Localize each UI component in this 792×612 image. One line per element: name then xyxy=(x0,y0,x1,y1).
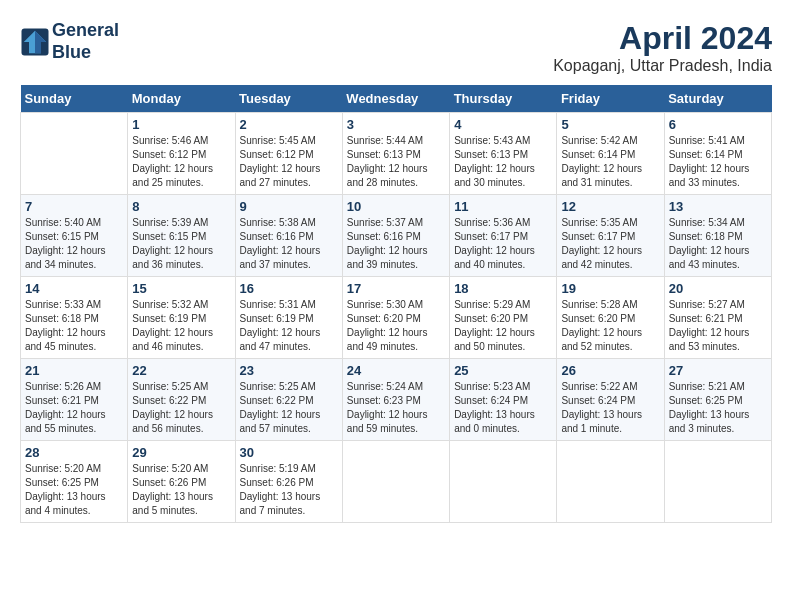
day-number: 22 xyxy=(132,363,230,378)
calendar-cell: 5Sunrise: 5:42 AM Sunset: 6:14 PM Daylig… xyxy=(557,113,664,195)
day-number: 14 xyxy=(25,281,123,296)
calendar-cell: 25Sunrise: 5:23 AM Sunset: 6:24 PM Dayli… xyxy=(450,359,557,441)
day-info: Sunrise: 5:20 AM Sunset: 6:26 PM Dayligh… xyxy=(132,462,230,518)
day-info: Sunrise: 5:33 AM Sunset: 6:18 PM Dayligh… xyxy=(25,298,123,354)
calendar-cell: 10Sunrise: 5:37 AM Sunset: 6:16 PM Dayli… xyxy=(342,195,449,277)
calendar-cell: 8Sunrise: 5:39 AM Sunset: 6:15 PM Daylig… xyxy=(128,195,235,277)
day-info: Sunrise: 5:28 AM Sunset: 6:20 PM Dayligh… xyxy=(561,298,659,354)
logo: General Blue xyxy=(20,20,119,63)
calendar-cell: 14Sunrise: 5:33 AM Sunset: 6:18 PM Dayli… xyxy=(21,277,128,359)
day-number: 30 xyxy=(240,445,338,460)
day-number: 26 xyxy=(561,363,659,378)
calendar-cell: 18Sunrise: 5:29 AM Sunset: 6:20 PM Dayli… xyxy=(450,277,557,359)
day-number: 9 xyxy=(240,199,338,214)
calendar-cell: 30Sunrise: 5:19 AM Sunset: 6:26 PM Dayli… xyxy=(235,441,342,523)
calendar-cell xyxy=(664,441,771,523)
calendar-cell: 9Sunrise: 5:38 AM Sunset: 6:16 PM Daylig… xyxy=(235,195,342,277)
day-info: Sunrise: 5:35 AM Sunset: 6:17 PM Dayligh… xyxy=(561,216,659,272)
day-number: 16 xyxy=(240,281,338,296)
month-year: April 2024 xyxy=(553,20,772,57)
calendar-cell: 12Sunrise: 5:35 AM Sunset: 6:17 PM Dayli… xyxy=(557,195,664,277)
day-info: Sunrise: 5:25 AM Sunset: 6:22 PM Dayligh… xyxy=(240,380,338,436)
calendar-cell: 6Sunrise: 5:41 AM Sunset: 6:14 PM Daylig… xyxy=(664,113,771,195)
day-info: Sunrise: 5:21 AM Sunset: 6:25 PM Dayligh… xyxy=(669,380,767,436)
header-day-friday: Friday xyxy=(557,85,664,113)
calendar-cell: 15Sunrise: 5:32 AM Sunset: 6:19 PM Dayli… xyxy=(128,277,235,359)
day-info: Sunrise: 5:26 AM Sunset: 6:21 PM Dayligh… xyxy=(25,380,123,436)
day-number: 23 xyxy=(240,363,338,378)
calendar-cell: 2Sunrise: 5:45 AM Sunset: 6:12 PM Daylig… xyxy=(235,113,342,195)
day-number: 6 xyxy=(669,117,767,132)
calendar-cell xyxy=(450,441,557,523)
calendar-cell: 19Sunrise: 5:28 AM Sunset: 6:20 PM Dayli… xyxy=(557,277,664,359)
day-info: Sunrise: 5:41 AM Sunset: 6:14 PM Dayligh… xyxy=(669,134,767,190)
day-info: Sunrise: 5:30 AM Sunset: 6:20 PM Dayligh… xyxy=(347,298,445,354)
calendar-cell: 27Sunrise: 5:21 AM Sunset: 6:25 PM Dayli… xyxy=(664,359,771,441)
day-info: Sunrise: 5:27 AM Sunset: 6:21 PM Dayligh… xyxy=(669,298,767,354)
day-number: 28 xyxy=(25,445,123,460)
day-number: 17 xyxy=(347,281,445,296)
day-number: 4 xyxy=(454,117,552,132)
day-number: 25 xyxy=(454,363,552,378)
day-number: 18 xyxy=(454,281,552,296)
header-day-saturday: Saturday xyxy=(664,85,771,113)
day-number: 24 xyxy=(347,363,445,378)
calendar-cell: 23Sunrise: 5:25 AM Sunset: 6:22 PM Dayli… xyxy=(235,359,342,441)
day-number: 3 xyxy=(347,117,445,132)
day-info: Sunrise: 5:29 AM Sunset: 6:20 PM Dayligh… xyxy=(454,298,552,354)
location: Kopaganj, Uttar Pradesh, India xyxy=(553,57,772,75)
header-day-monday: Monday xyxy=(128,85,235,113)
week-row-2: 7Sunrise: 5:40 AM Sunset: 6:15 PM Daylig… xyxy=(21,195,772,277)
week-row-5: 28Sunrise: 5:20 AM Sunset: 6:25 PM Dayli… xyxy=(21,441,772,523)
calendar-cell: 4Sunrise: 5:43 AM Sunset: 6:13 PM Daylig… xyxy=(450,113,557,195)
day-number: 7 xyxy=(25,199,123,214)
calendar-cell: 17Sunrise: 5:30 AM Sunset: 6:20 PM Dayli… xyxy=(342,277,449,359)
day-number: 29 xyxy=(132,445,230,460)
day-number: 21 xyxy=(25,363,123,378)
header-day-tuesday: Tuesday xyxy=(235,85,342,113)
week-row-3: 14Sunrise: 5:33 AM Sunset: 6:18 PM Dayli… xyxy=(21,277,772,359)
calendar-cell: 13Sunrise: 5:34 AM Sunset: 6:18 PM Dayli… xyxy=(664,195,771,277)
day-info: Sunrise: 5:43 AM Sunset: 6:13 PM Dayligh… xyxy=(454,134,552,190)
week-row-4: 21Sunrise: 5:26 AM Sunset: 6:21 PM Dayli… xyxy=(21,359,772,441)
day-info: Sunrise: 5:45 AM Sunset: 6:12 PM Dayligh… xyxy=(240,134,338,190)
day-info: Sunrise: 5:46 AM Sunset: 6:12 PM Dayligh… xyxy=(132,134,230,190)
header-day-sunday: Sunday xyxy=(21,85,128,113)
day-info: Sunrise: 5:44 AM Sunset: 6:13 PM Dayligh… xyxy=(347,134,445,190)
calendar-cell: 26Sunrise: 5:22 AM Sunset: 6:24 PM Dayli… xyxy=(557,359,664,441)
day-number: 5 xyxy=(561,117,659,132)
day-info: Sunrise: 5:32 AM Sunset: 6:19 PM Dayligh… xyxy=(132,298,230,354)
day-info: Sunrise: 5:20 AM Sunset: 6:25 PM Dayligh… xyxy=(25,462,123,518)
day-number: 15 xyxy=(132,281,230,296)
calendar-cell xyxy=(557,441,664,523)
day-number: 2 xyxy=(240,117,338,132)
day-info: Sunrise: 5:42 AM Sunset: 6:14 PM Dayligh… xyxy=(561,134,659,190)
title-section: April 2024 Kopaganj, Uttar Pradesh, Indi… xyxy=(553,20,772,75)
calendar-cell: 11Sunrise: 5:36 AM Sunset: 6:17 PM Dayli… xyxy=(450,195,557,277)
calendar-cell: 1Sunrise: 5:46 AM Sunset: 6:12 PM Daylig… xyxy=(128,113,235,195)
day-info: Sunrise: 5:34 AM Sunset: 6:18 PM Dayligh… xyxy=(669,216,767,272)
day-info: Sunrise: 5:38 AM Sunset: 6:16 PM Dayligh… xyxy=(240,216,338,272)
header-row: SundayMondayTuesdayWednesdayThursdayFrid… xyxy=(21,85,772,113)
calendar-cell: 28Sunrise: 5:20 AM Sunset: 6:25 PM Dayli… xyxy=(21,441,128,523)
day-number: 11 xyxy=(454,199,552,214)
header-day-thursday: Thursday xyxy=(450,85,557,113)
header-day-wednesday: Wednesday xyxy=(342,85,449,113)
calendar-cell: 7Sunrise: 5:40 AM Sunset: 6:15 PM Daylig… xyxy=(21,195,128,277)
day-number: 12 xyxy=(561,199,659,214)
calendar-cell: 20Sunrise: 5:27 AM Sunset: 6:21 PM Dayli… xyxy=(664,277,771,359)
calendar-cell: 21Sunrise: 5:26 AM Sunset: 6:21 PM Dayli… xyxy=(21,359,128,441)
logo-icon xyxy=(20,27,50,57)
page-header: General Blue April 2024 Kopaganj, Uttar … xyxy=(20,20,772,75)
day-info: Sunrise: 5:40 AM Sunset: 6:15 PM Dayligh… xyxy=(25,216,123,272)
day-number: 20 xyxy=(669,281,767,296)
day-info: Sunrise: 5:24 AM Sunset: 6:23 PM Dayligh… xyxy=(347,380,445,436)
day-info: Sunrise: 5:31 AM Sunset: 6:19 PM Dayligh… xyxy=(240,298,338,354)
week-row-1: 1Sunrise: 5:46 AM Sunset: 6:12 PM Daylig… xyxy=(21,113,772,195)
calendar-cell xyxy=(342,441,449,523)
logo-text: General Blue xyxy=(52,20,119,63)
calendar-cell: 29Sunrise: 5:20 AM Sunset: 6:26 PM Dayli… xyxy=(128,441,235,523)
calendar-cell: 16Sunrise: 5:31 AM Sunset: 6:19 PM Dayli… xyxy=(235,277,342,359)
day-number: 27 xyxy=(669,363,767,378)
day-info: Sunrise: 5:36 AM Sunset: 6:17 PM Dayligh… xyxy=(454,216,552,272)
